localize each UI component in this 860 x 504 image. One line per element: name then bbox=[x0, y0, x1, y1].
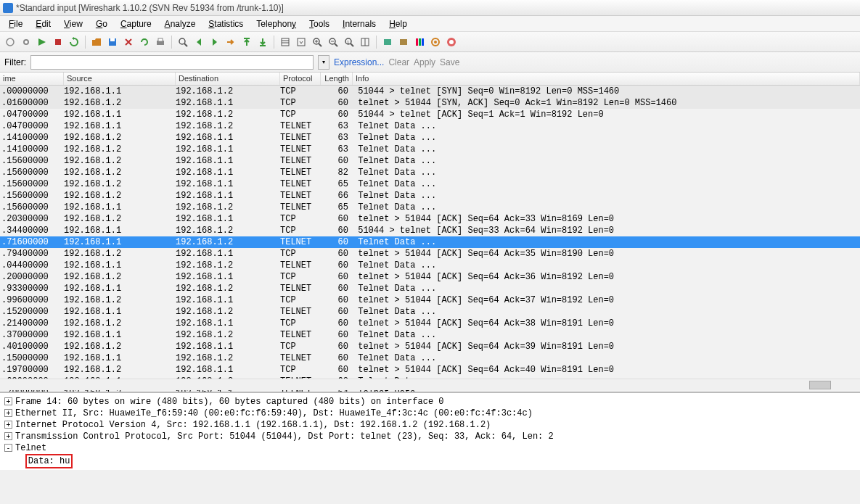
colorize-icon[interactable] bbox=[278, 35, 292, 49]
menu-statistics[interactable]: Statistics bbox=[202, 17, 249, 30]
packet-row[interactable]: .79400000192.168.1.2192.168.1.1TCP60 tel… bbox=[0, 248, 860, 260]
detail-line[interactable]: -Telnet bbox=[4, 442, 856, 454]
packet-row[interactable]: .04400000192.168.1.1192.168.1.2TELNET60 … bbox=[0, 260, 860, 271]
expand-icon[interactable]: + bbox=[4, 397, 12, 405]
packet-row[interactable]: .71600000192.168.1.1192.168.1.2TELNET60 … bbox=[0, 236, 860, 248]
expand-icon[interactable]: + bbox=[4, 421, 12, 429]
menu-file[interactable]: File bbox=[3, 17, 28, 30]
apply-button[interactable]: Apply bbox=[414, 57, 435, 67]
col-time[interactable]: ime bbox=[0, 73, 64, 85]
menu-edit[interactable]: Edit bbox=[30, 17, 57, 30]
packet-details-pane[interactable]: +Frame 14: 60 bytes on wire (480 bits), … bbox=[0, 392, 860, 470]
col-destination[interactable]: Destination bbox=[176, 73, 280, 85]
packet-row[interactable]: .34400000192.168.1.1192.168.1.2TCP60 510… bbox=[0, 225, 860, 236]
packet-row[interactable]: .00000000192.168.1.1192.168.1.2TCP60 510… bbox=[0, 86, 860, 97]
menu-tools[interactable]: Tools bbox=[303, 17, 335, 30]
packet-row[interactable]: .15600000192.168.1.1192.168.1.2TELNET65 … bbox=[0, 202, 860, 213]
packet-row[interactable]: .15600000192.168.1.2192.168.1.1TELNET60 … bbox=[0, 155, 860, 167]
svg-rect-15 bbox=[298, 38, 305, 46]
filter-input[interactable] bbox=[30, 55, 314, 70]
svg-rect-7 bbox=[158, 38, 163, 41]
wireshark-icon bbox=[3, 3, 13, 13]
menu-go[interactable]: Go bbox=[90, 17, 113, 30]
start-capture-icon[interactable] bbox=[35, 35, 49, 49]
stop-capture-icon[interactable] bbox=[51, 35, 65, 49]
menu-analyze[interactable]: Analyze bbox=[159, 17, 202, 30]
svg-rect-12 bbox=[282, 38, 289, 46]
menu-internals[interactable]: Internals bbox=[337, 17, 382, 30]
expression-button[interactable]: Expression... bbox=[334, 57, 384, 67]
restart-capture-icon[interactable] bbox=[67, 35, 81, 49]
telnet-data-line[interactable]: Data: hu bbox=[4, 454, 856, 468]
packet-row[interactable]: .20300000192.168.1.2192.168.1.1TCP60 tel… bbox=[0, 213, 860, 225]
zoom-100-icon[interactable]: 1 bbox=[342, 35, 356, 49]
svg-line-19 bbox=[319, 44, 322, 46]
display-filters-icon[interactable] bbox=[396, 35, 411, 49]
svg-rect-5 bbox=[110, 38, 115, 41]
packet-row[interactable]: .04700000192.168.1.1192.168.1.2TCP60 510… bbox=[0, 109, 860, 120]
packet-row[interactable]: .37000000192.168.1.1192.168.1.2TELNET60 … bbox=[0, 329, 860, 341]
capture-filters-icon[interactable] bbox=[380, 35, 395, 49]
zoom-out-icon[interactable] bbox=[326, 35, 340, 49]
packet-row[interactable]: .40100000192.168.1.2192.168.1.1TCP60 tel… bbox=[0, 341, 860, 352]
menu-help[interactable]: Help bbox=[383, 17, 413, 30]
packet-list-body[interactable]: .00000000192.168.1.1192.168.1.2TCP60 510… bbox=[0, 86, 860, 392]
packet-row[interactable]: .21400000192.168.1.2192.168.1.1TCP60 tel… bbox=[0, 318, 860, 329]
help-icon[interactable] bbox=[444, 35, 459, 49]
go-forward-icon[interactable] bbox=[208, 35, 222, 49]
main-toolbar: 1 bbox=[0, 32, 860, 52]
horizontal-scrollbar[interactable] bbox=[0, 379, 860, 390]
interfaces-icon[interactable] bbox=[3, 35, 17, 49]
coloring-rules-icon[interactable] bbox=[412, 35, 427, 49]
go-to-icon[interactable] bbox=[224, 35, 238, 49]
col-source[interactable]: Source bbox=[64, 73, 176, 85]
zoom-in-icon[interactable] bbox=[310, 35, 324, 49]
print-icon[interactable] bbox=[153, 35, 168, 49]
packet-row[interactable]: .15000000192.168.1.1192.168.1.2TELNET60 … bbox=[0, 352, 860, 364]
open-icon[interactable] bbox=[89, 35, 104, 49]
packet-row[interactable]: .19700000192.168.1.2192.168.1.1TCP60 tel… bbox=[0, 364, 860, 376]
expand-icon[interactable]: + bbox=[4, 409, 12, 417]
close-icon[interactable] bbox=[121, 35, 136, 49]
window-title: *Standard input [Wireshark 1.10.2 (SVN R… bbox=[16, 3, 284, 13]
packet-row[interactable]: .20000000192.168.1.2192.168.1.1TCP60 tel… bbox=[0, 271, 860, 283]
clear-button[interactable]: Clear bbox=[388, 57, 409, 67]
menu-telephony[interactable]: Telephony bbox=[250, 17, 302, 30]
preferences-icon[interactable] bbox=[428, 35, 443, 49]
packet-row[interactable]: .14100000192.168.1.2192.168.1.1TELNET63 … bbox=[0, 144, 860, 155]
go-last-icon[interactable] bbox=[255, 35, 270, 49]
find-icon[interactable] bbox=[176, 35, 190, 49]
packet-row[interactable]: .15600000192.168.1.2192.168.1.1TELNET65 … bbox=[0, 178, 860, 190]
menu-capture[interactable]: Capture bbox=[115, 17, 157, 30]
packet-row[interactable]: .01600000192.168.1.2192.168.1.1TCP60 tel… bbox=[0, 97, 860, 109]
packet-row[interactable]: .93300000192.168.1.1192.168.1.2TELNET60 … bbox=[0, 283, 860, 294]
detail-line[interactable]: +Internet Protocol Version 4, Src: 192.1… bbox=[4, 419, 856, 431]
packet-row[interactable]: .15600000192.168.1.2192.168.1.1TELNET82 … bbox=[0, 167, 860, 178]
detail-line[interactable]: +Frame 14: 60 bytes on wire (480 bits), … bbox=[4, 396, 856, 408]
go-first-icon[interactable] bbox=[239, 35, 254, 49]
reload-icon[interactable] bbox=[137, 35, 152, 49]
menu-view[interactable]: View bbox=[58, 17, 89, 30]
title-bar: *Standard input [Wireshark 1.10.2 (SVN R… bbox=[0, 0, 860, 16]
expand-icon[interactable]: - bbox=[4, 444, 12, 452]
packet-row[interactable]: .99600000192.168.1.2192.168.1.1TCP60 tel… bbox=[0, 294, 860, 306]
packet-row[interactable]: .04700000192.168.1.1192.168.1.2TELNET63 … bbox=[0, 120, 860, 132]
packet-list-header[interactable]: ime Source Destination Protocol Length I… bbox=[0, 73, 860, 86]
col-info[interactable]: Info bbox=[353, 73, 860, 85]
resize-columns-icon[interactable] bbox=[358, 35, 372, 49]
filter-dropdown-icon[interactable]: ▾ bbox=[318, 55, 329, 70]
col-length[interactable]: Length bbox=[321, 73, 353, 85]
col-protocol[interactable]: Protocol bbox=[280, 73, 321, 85]
scrollbar-thumb[interactable] bbox=[809, 381, 831, 389]
expand-icon[interactable]: + bbox=[4, 432, 12, 440]
packet-row[interactable]: .15200000192.168.1.1192.168.1.2TELNET60 … bbox=[0, 306, 860, 318]
packet-row[interactable]: .15600000192.168.1.2192.168.1.1TELNET66 … bbox=[0, 190, 860, 202]
detail-line[interactable]: +Transmission Control Protocol, Src Port… bbox=[4, 431, 856, 442]
save-icon[interactable] bbox=[105, 35, 120, 49]
go-back-icon[interactable] bbox=[192, 35, 206, 49]
detail-line[interactable]: +Ethernet II, Src: HuaweiTe_f6:59:40 (00… bbox=[4, 408, 856, 419]
packet-row[interactable]: .14100000192.168.1.2192.168.1.1TELNET63 … bbox=[0, 132, 860, 144]
save-filter-button[interactable]: Save bbox=[440, 57, 459, 67]
options-icon[interactable] bbox=[19, 35, 33, 49]
auto-scroll-icon[interactable] bbox=[294, 35, 308, 49]
